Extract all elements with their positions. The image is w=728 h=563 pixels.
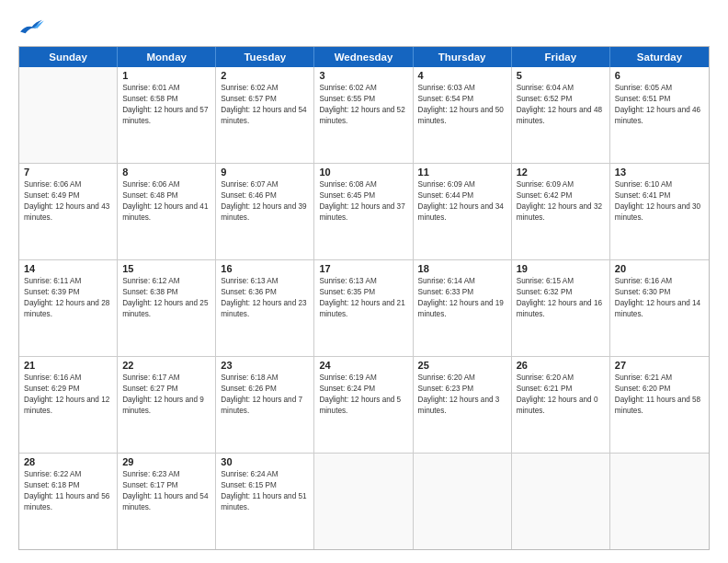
header-day-wednesday: Wednesday: [314, 47, 413, 67]
header-day-thursday: Thursday: [414, 47, 512, 67]
calendar-cell: 11 Sunrise: 6:09 AM Sunset: 6:44 PM Dayl…: [414, 164, 512, 259]
sunset-text: Sunset: 6:24 PM: [319, 384, 407, 395]
sunrise-text: Sunrise: 6:16 AM: [24, 373, 112, 384]
day-number: 5: [517, 70, 605, 81]
header: [18, 17, 710, 37]
sunset-text: Sunset: 6:57 PM: [221, 94, 309, 105]
daylight-text: Daylight: 12 hours and 43 minutes.: [24, 201, 112, 224]
day-number: 19: [517, 263, 605, 274]
sunrise-text: Sunrise: 6:18 AM: [221, 373, 309, 384]
sunset-text: Sunset: 6:32 PM: [517, 287, 605, 298]
sunrise-text: Sunrise: 6:17 AM: [122, 373, 210, 384]
daylight-text: Daylight: 12 hours and 12 minutes.: [24, 395, 112, 417]
daylight-text: Daylight: 12 hours and 34 minutes.: [418, 201, 506, 224]
sunset-text: Sunset: 6:20 PM: [615, 384, 704, 395]
sunset-text: Sunset: 6:44 PM: [418, 190, 506, 201]
sunrise-text: Sunrise: 6:13 AM: [319, 276, 407, 287]
daylight-text: Daylight: 12 hours and 52 minutes.: [319, 105, 407, 127]
sunrise-text: Sunrise: 6:06 AM: [122, 179, 210, 190]
daylight-text: Daylight: 12 hours and 5 minutes.: [319, 395, 407, 417]
calendar-cell: 13 Sunrise: 6:10 AM Sunset: 6:41 PM Dayl…: [610, 164, 709, 259]
day-number: 12: [517, 167, 605, 178]
sunrise-text: Sunrise: 6:12 AM: [122, 276, 210, 287]
daylight-text: Daylight: 11 hours and 54 minutes.: [122, 491, 210, 513]
day-number: 21: [24, 360, 112, 371]
sunset-text: Sunset: 6:55 PM: [319, 94, 407, 105]
header-day-saturday: Saturday: [610, 47, 709, 67]
daylight-text: Daylight: 12 hours and 23 minutes.: [221, 298, 309, 320]
logo: [18, 17, 48, 37]
calendar-row-3: 14 Sunrise: 6:11 AM Sunset: 6:39 PM Dayl…: [19, 259, 709, 356]
day-number: 11: [418, 167, 506, 178]
calendar-cell: 27 Sunrise: 6:21 AM Sunset: 6:20 PM Dayl…: [610, 357, 709, 453]
calendar-cell: 7 Sunrise: 6:06 AM Sunset: 6:49 PM Dayli…: [19, 164, 118, 259]
sunset-text: Sunset: 6:21 PM: [517, 384, 605, 395]
sunset-text: Sunset: 6:46 PM: [221, 190, 309, 201]
daylight-text: Daylight: 11 hours and 56 minutes.: [24, 491, 112, 513]
sunset-text: Sunset: 6:29 PM: [24, 384, 112, 395]
day-number: 1: [122, 70, 210, 81]
sunrise-text: Sunrise: 6:21 AM: [615, 373, 704, 384]
sunset-text: Sunset: 6:23 PM: [418, 384, 506, 395]
daylight-text: Daylight: 12 hours and 16 minutes.: [517, 298, 605, 320]
calendar-row-2: 7 Sunrise: 6:06 AM Sunset: 6:49 PM Dayli…: [19, 163, 709, 259]
calendar-cell: 18 Sunrise: 6:14 AM Sunset: 6:33 PM Dayl…: [414, 260, 512, 356]
calendar-cell: 2 Sunrise: 6:02 AM Sunset: 6:57 PM Dayli…: [216, 67, 314, 163]
day-number: 7: [24, 167, 112, 178]
calendar-cell: 24 Sunrise: 6:19 AM Sunset: 6:24 PM Dayl…: [314, 357, 413, 453]
sunset-text: Sunset: 6:33 PM: [418, 287, 506, 298]
day-number: 28: [24, 456, 112, 467]
daylight-text: Daylight: 12 hours and 28 minutes.: [24, 298, 112, 320]
sunset-text: Sunset: 6:18 PM: [24, 480, 112, 491]
sunrise-text: Sunrise: 6:09 AM: [418, 179, 506, 190]
calendar-cell: 9 Sunrise: 6:07 AM Sunset: 6:46 PM Dayli…: [216, 164, 314, 259]
calendar-cell: [610, 454, 709, 549]
calendar: SundayMondayTuesdayWednesdayThursdayFrid…: [18, 46, 710, 550]
day-number: 10: [319, 167, 407, 178]
calendar-cell: [414, 454, 512, 549]
day-number: 16: [221, 263, 309, 274]
day-number: 29: [122, 456, 210, 467]
day-number: 15: [122, 263, 210, 274]
daylight-text: Daylight: 12 hours and 32 minutes.: [517, 201, 605, 224]
sunrise-text: Sunrise: 6:20 AM: [517, 373, 605, 384]
calendar-cell: 14 Sunrise: 6:11 AM Sunset: 6:39 PM Dayl…: [19, 260, 118, 356]
daylight-text: Daylight: 12 hours and 54 minutes.: [221, 105, 309, 127]
day-number: 14: [24, 263, 112, 274]
day-number: 23: [221, 360, 309, 371]
sunset-text: Sunset: 6:35 PM: [319, 287, 407, 298]
calendar-cell: 15 Sunrise: 6:12 AM Sunset: 6:38 PM Dayl…: [118, 260, 216, 356]
daylight-text: Daylight: 12 hours and 41 minutes.: [122, 201, 210, 224]
sunset-text: Sunset: 6:30 PM: [615, 287, 704, 298]
sunset-text: Sunset: 6:42 PM: [517, 190, 605, 201]
sunset-text: Sunset: 6:17 PM: [122, 480, 210, 491]
sunrise-text: Sunrise: 6:23 AM: [122, 469, 210, 480]
calendar-row-1: 1 Sunrise: 6:01 AM Sunset: 6:58 PM Dayli…: [19, 67, 709, 163]
daylight-text: Daylight: 12 hours and 7 minutes.: [221, 395, 309, 417]
calendar-cell: 20 Sunrise: 6:16 AM Sunset: 6:30 PM Dayl…: [610, 260, 709, 356]
calendar-cell: 22 Sunrise: 6:17 AM Sunset: 6:27 PM Dayl…: [118, 357, 216, 453]
calendar-cell: 10 Sunrise: 6:08 AM Sunset: 6:45 PM Dayl…: [314, 164, 413, 259]
day-number: 25: [418, 360, 506, 371]
sunrise-text: Sunrise: 6:20 AM: [418, 373, 506, 384]
sunset-text: Sunset: 6:41 PM: [615, 190, 704, 201]
daylight-text: Daylight: 11 hours and 51 minutes.: [221, 491, 309, 513]
sunset-text: Sunset: 6:48 PM: [122, 190, 210, 201]
daylight-text: Daylight: 12 hours and 9 minutes.: [122, 395, 210, 417]
day-number: 18: [418, 263, 506, 274]
daylight-text: Daylight: 12 hours and 30 minutes.: [615, 201, 704, 224]
calendar-cell: 29 Sunrise: 6:23 AM Sunset: 6:17 PM Dayl…: [118, 454, 216, 549]
calendar-cell: [512, 454, 610, 549]
calendar-cell: 16 Sunrise: 6:13 AM Sunset: 6:36 PM Dayl…: [216, 260, 314, 356]
calendar-cell: 12 Sunrise: 6:09 AM Sunset: 6:42 PM Dayl…: [512, 164, 610, 259]
day-number: 2: [221, 70, 309, 81]
daylight-text: Daylight: 12 hours and 3 minutes.: [418, 395, 506, 417]
sunrise-text: Sunrise: 6:05 AM: [615, 83, 704, 94]
logo-icon: [18, 17, 44, 37]
calendar-cell: [19, 67, 118, 163]
header-day-sunday: Sunday: [19, 47, 118, 67]
calendar-cell: 8 Sunrise: 6:06 AM Sunset: 6:48 PM Dayli…: [118, 164, 216, 259]
daylight-text: Daylight: 12 hours and 21 minutes.: [319, 298, 407, 320]
calendar-cell: 6 Sunrise: 6:05 AM Sunset: 6:51 PM Dayli…: [610, 67, 709, 163]
sunrise-text: Sunrise: 6:08 AM: [319, 179, 407, 190]
